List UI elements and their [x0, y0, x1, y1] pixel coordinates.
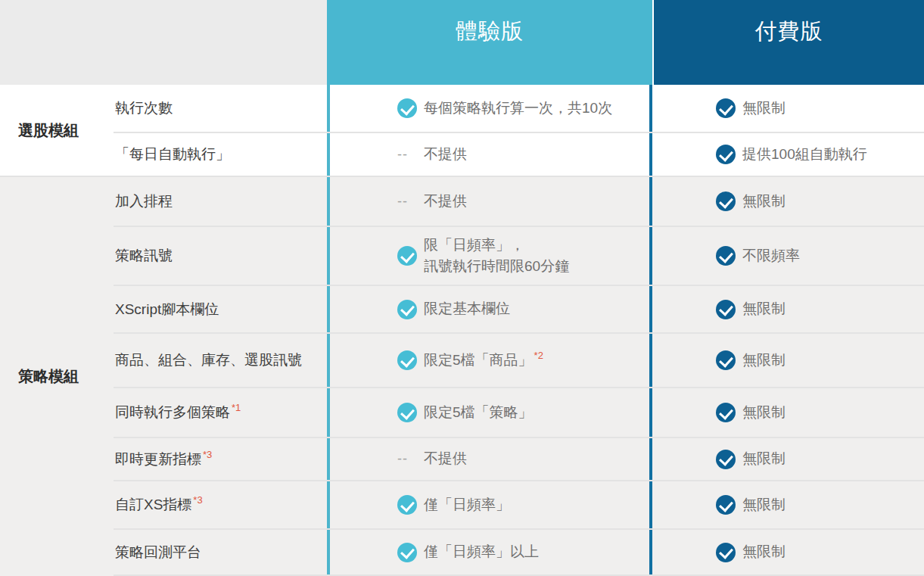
trial-value-cell: -- 限定5檔「策略」 [327, 388, 652, 437]
trial-value-cell: -- 不提供 [327, 438, 652, 480]
feature-label: 策略訊號 [114, 227, 327, 285]
paid-value-cell: -- 提供100組自動執行 [652, 133, 924, 176]
table-row: 執行次數 -- 每個策略執行算一次，共10次 -- 無限制 [114, 85, 924, 132]
trial-value-cell: -- 限定5檔「商品」*2 [327, 334, 652, 387]
trial-value-cell: -- 每個策略執行算一次，共10次 [327, 85, 652, 132]
footnote-marker: *3 [193, 494, 202, 506]
table-row: 同時執行多個策略*1 -- 限定5檔「策略」 -- 無限制 [114, 387, 924, 437]
trial-value-cell: -- 不提供 [327, 133, 652, 176]
paid-value-text: 提供100組自動執行 [742, 144, 867, 166]
paid-value-text: 無限制 [742, 98, 786, 120]
trial-value-cell: -- 限「日頻率」， 訊號執行時間限60分鐘 [327, 227, 652, 285]
check-icon [397, 300, 417, 319]
feature-label: 商品、組合、庫存、選股訊號 [114, 334, 327, 387]
paid-value-text: 無限制 [742, 298, 786, 320]
check-icon [716, 191, 736, 211]
paid-value-cell: -- 不限頻率 [652, 227, 924, 285]
paid-value-text: 無限制 [742, 191, 786, 213]
check-icon [716, 300, 736, 319]
paid-value-cell: -- 無限制 [652, 334, 924, 387]
trial-value-text: 僅「日頻率」 [424, 494, 510, 516]
feature-label: XScript腳本欄位 [114, 286, 327, 332]
paid-value-text: 無限制 [742, 350, 786, 372]
paid-value-cell: -- 無限制 [652, 286, 924, 332]
paid-value-cell: -- 無限制 [652, 388, 924, 437]
paid-value-text: 無限制 [742, 494, 786, 516]
table-row: 加入排程 -- 不提供 -- 無限制 [114, 177, 924, 226]
paid-value-text: 無限制 [742, 402, 786, 424]
paid-value-cell: -- 無限制 [652, 177, 924, 226]
feature-label: 即時更新指標*3 [114, 438, 327, 480]
check-icon [716, 246, 736, 266]
check-icon [716, 403, 736, 422]
group-label: 選股模組 [0, 85, 114, 176]
header-corner-cell [0, 0, 327, 85]
table-row: 商品、組合、庫存、選股訊號 -- 限定5檔「商品」*2 -- 無限制 [114, 332, 924, 387]
trial-value-cell: -- 僅「日頻率」 [327, 481, 652, 528]
table-row: 策略回測平台 -- 僅「日頻率」以上 -- 無限制 [114, 528, 924, 576]
footnote-marker: *3 [203, 449, 212, 460]
dash-icon: -- [397, 451, 417, 467]
table-row: 策略訊號 -- 限「日頻率」， 訊號執行時間限60分鐘 -- 不限頻率 [114, 226, 924, 285]
paid-value-cell: -- 無限制 [652, 438, 924, 480]
paid-plan-header: 付費版 [652, 0, 924, 85]
feature-label: 同時執行多個策略*1 [114, 388, 327, 437]
footnote-marker: *2 [534, 350, 543, 361]
check-icon [716, 350, 736, 370]
trial-value-cell: -- 僅「日頻率」以上 [327, 530, 652, 574]
trial-value-text: 不提供 [424, 448, 467, 470]
dash-icon: -- [397, 194, 417, 210]
trial-value-text: 不提供 [424, 144, 467, 166]
feature-label: 加入排程 [114, 177, 327, 226]
check-icon [397, 246, 417, 266]
group-label: 策略模組 [0, 177, 114, 576]
table-row: 「每日自動執行」 -- 不提供 -- 提供100組自動執行 [114, 132, 924, 176]
feature-label: 自訂XS指標*3 [114, 481, 327, 528]
check-icon [397, 403, 417, 422]
paid-value-cell: -- 無限制 [652, 530, 924, 574]
feature-label: 「每日自動執行」 [114, 133, 327, 176]
table-row: XScript腳本欄位 -- 限定基本欄位 -- 無限制 [114, 285, 924, 332]
dash-icon: -- [397, 147, 417, 163]
paid-value-text: 無限制 [742, 448, 786, 470]
trial-value-text: 僅「日頻率」以上 [424, 541, 539, 563]
paid-value-text: 不限頻率 [742, 245, 800, 267]
trial-value-text: 每個策略執行算一次，共10次 [424, 98, 614, 120]
check-icon [397, 495, 417, 515]
feature-label: 執行次數 [114, 85, 327, 132]
trial-value-text: 限定5檔「商品」*2 [424, 350, 543, 372]
trial-plan-header: 體驗版 [327, 0, 652, 85]
group-strategy: 策略模組 加入排程 -- 不提供 -- 無限制 策略訊 [0, 176, 924, 576]
plan-comparison-table: 體驗版 付費版 選股模組 執行次數 -- 每個策略執行算一次，共10次 -- 無… [0, 0, 924, 576]
trial-value-cell: -- 不提供 [327, 177, 652, 226]
table-row: 自訂XS指標*3 -- 僅「日頻率」 -- 無限制 [114, 480, 924, 528]
trial-value-cell: -- 限定基本欄位 [327, 286, 652, 332]
footnote-marker: *1 [232, 402, 241, 413]
table-row: 即時更新指標*3 -- 不提供 -- 無限制 [114, 437, 924, 480]
paid-value-cell: -- 無限制 [652, 481, 924, 528]
trial-value-text: 限「日頻率」， 訊號執行時間限60分鐘 [424, 235, 569, 278]
check-icon [397, 543, 417, 562]
check-icon [716, 543, 736, 562]
check-icon [397, 98, 417, 118]
group-stock-picking: 選股模組 執行次數 -- 每個策略執行算一次，共10次 -- 無限制 [0, 85, 924, 176]
paid-value-text: 無限制 [742, 541, 786, 563]
check-icon [716, 450, 736, 469]
trial-value-text: 限定基本欄位 [424, 298, 510, 320]
trial-value-text: 不提供 [424, 191, 467, 213]
check-icon [397, 350, 417, 370]
check-icon [716, 98, 736, 118]
check-icon [716, 145, 736, 164]
feature-label: 策略回測平台 [114, 530, 327, 574]
table-header-row: 體驗版 付費版 [0, 0, 924, 85]
paid-value-cell: -- 無限制 [652, 85, 924, 132]
trial-value-text: 限定5檔「策略」 [424, 402, 533, 424]
check-icon [716, 495, 736, 515]
